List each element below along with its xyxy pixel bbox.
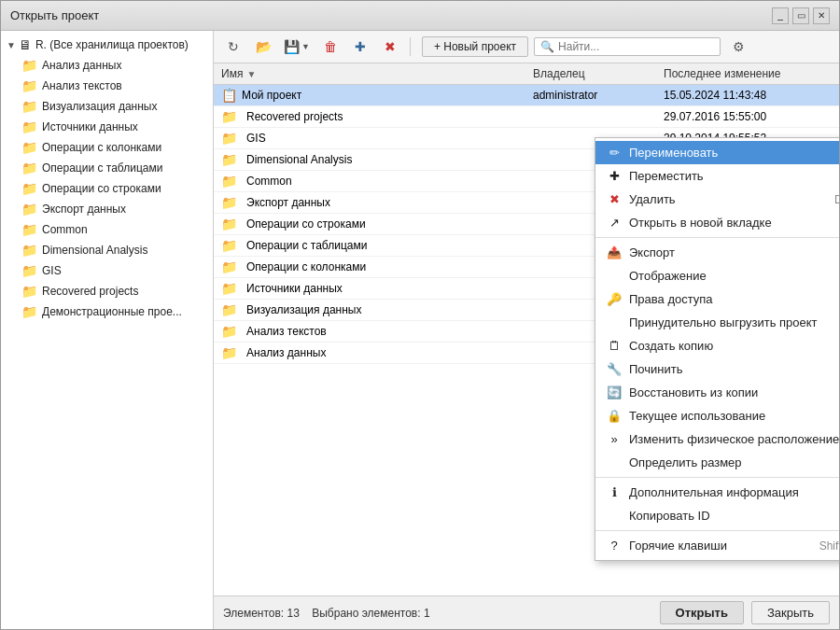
- file-name-cell: 📁 Анализ данных: [221, 345, 533, 360]
- save-dropdown-button[interactable]: 💾 ▼: [281, 35, 313, 58]
- modified-cell: 29.07.2016 15:55:00: [664, 110, 832, 123]
- copy-icon: 🗒: [607, 339, 622, 353]
- sidebar-item-sources[interactable]: 📁 Источники данных: [1, 117, 213, 137]
- sidebar-item-dimensional[interactable]: 📁 Dimensional Analysis: [1, 240, 213, 260]
- delete-red-button[interactable]: 🗑: [318, 35, 343, 58]
- sidebar-item-analysis-data[interactable]: 📁 Анализ данных: [1, 55, 213, 76]
- folder-icon: 📁: [221, 238, 237, 253]
- sidebar-item-visualization[interactable]: 📁 Визуализация данных: [1, 96, 213, 117]
- project-icon: 📋: [221, 88, 237, 103]
- ctx-item-display[interactable]: Отображение ▶: [595, 264, 839, 287]
- remove-button[interactable]: ✖: [378, 35, 402, 58]
- file-name-cell: 📁 Common: [221, 174, 533, 189]
- ctx-item-left: Принудительно выгрузить проект: [607, 315, 818, 329]
- ctx-item-delete[interactable]: ✖ Удалить Del: [595, 188, 839, 211]
- open-tab-icon: ↗: [607, 216, 622, 230]
- file-name-cell: 📁 Экспорт данных: [221, 195, 533, 210]
- ctx-item-force-unload[interactable]: Принудительно выгрузить проект: [595, 311, 839, 334]
- open-folder-button[interactable]: 📂: [251, 35, 275, 58]
- ctx-item-left: » Изменить физическое расположение: [607, 432, 839, 446]
- ctx-item-left: 🔒 Текущее использование: [607, 409, 765, 423]
- ctx-item-restore[interactable]: 🔄 Восстановить из копии ▶: [595, 381, 839, 404]
- lock-icon: 🔒: [607, 409, 622, 423]
- restore-icon: 🔄: [607, 385, 622, 399]
- search-icon: 🔍: [540, 40, 554, 53]
- sidebar-item-label: Экспорт данных: [42, 203, 126, 216]
- folder-icon: 📁: [221, 259, 237, 274]
- file-name-cell: 📁 Источники данных: [221, 281, 533, 296]
- search-input[interactable]: [558, 40, 714, 53]
- minimize-button[interactable]: ⎯: [772, 7, 789, 24]
- sidebar-item-label: Common: [42, 223, 88, 236]
- ctx-item-left: ? Горячие клавиши: [607, 539, 727, 553]
- sidebar-item-label: Источники данных: [42, 120, 138, 133]
- ctx-item-rename[interactable]: ✏ Переименовать F2: [595, 141, 839, 164]
- table-row[interactable]: 📋 Мой проект administrator 15.05.2024 11…: [214, 85, 839, 106]
- ctx-item-hotkeys[interactable]: ? Горячие клавиши Shift+/: [595, 534, 839, 557]
- sidebar-item-label: Dimensional Analysis: [42, 244, 147, 257]
- folder-icon: 📁: [221, 174, 237, 189]
- folder-icon: 📁: [221, 131, 237, 146]
- file-name-cell: 📁 Анализ текстов: [221, 324, 533, 339]
- ctx-item-move[interactable]: ✚ Переместить M: [595, 164, 839, 188]
- settings-button[interactable]: ⚙: [726, 35, 750, 58]
- sidebar-arrow-icon: ▼: [7, 40, 16, 50]
- header-last-modified[interactable]: Последнее изменение: [664, 67, 832, 80]
- status-buttons: Открыть Закрыть: [660, 601, 830, 624]
- sidebar-item-tables[interactable]: 📁 Операции с таблицами: [1, 158, 213, 178]
- file-name-label: Операции с таблицами: [246, 239, 367, 252]
- sidebar-item-common[interactable]: 📁 Common: [1, 219, 213, 240]
- ctx-label-info: Дополнительная информация: [629, 485, 799, 499]
- file-name-cell: 📋 Мой проект: [221, 88, 533, 103]
- header-name[interactable]: Имя ▼: [221, 67, 533, 80]
- ctx-item-size[interactable]: Определить размер: [595, 451, 839, 474]
- header-name-label: Имя: [221, 67, 243, 80]
- new-project-button[interactable]: + Новый проект: [422, 36, 528, 57]
- refresh-button[interactable]: ↻: [221, 35, 245, 58]
- sidebar-item-rows[interactable]: 📁 Операции со строками: [1, 178, 213, 199]
- file-name-label: Операции со строками: [246, 217, 366, 231]
- owner-cell: administrator: [533, 89, 664, 102]
- sidebar-item-label: GIS: [42, 264, 62, 277]
- add-button[interactable]: ✚: [348, 35, 372, 58]
- restore-button[interactable]: ▭: [792, 7, 809, 24]
- sidebar-item-recovered[interactable]: 📁 Recovered projects: [1, 281, 213, 301]
- close-button[interactable]: ✕: [813, 7, 830, 24]
- sidebar-item-export[interactable]: 📁 Экспорт данных: [1, 199, 213, 219]
- ctx-item-left: 🔑 Права доступа: [607, 292, 713, 306]
- header-owner[interactable]: Владелец: [533, 67, 664, 80]
- sidebar-item-gis[interactable]: 📁 GIS: [1, 260, 213, 281]
- ctx-item-repair[interactable]: 🔧 Починить: [595, 357, 839, 381]
- demo-folder-icon: 📁: [21, 304, 37, 319]
- sidebar-item-columns[interactable]: 📁 Операции с колонками: [1, 137, 213, 158]
- sidebar-item-analysis-text[interactable]: 📁 Анализ текстов: [1, 76, 213, 96]
- ctx-item-current-use[interactable]: 🔒 Текущее использование: [595, 404, 839, 427]
- ctx-item-copy[interactable]: 🗒 Создать копию ▶: [595, 334, 839, 357]
- open-button[interactable]: Открыть: [660, 601, 744, 624]
- info-icon: ℹ: [607, 485, 622, 499]
- header-modified-label: Последнее изменение: [664, 67, 780, 80]
- ctx-item-access[interactable]: 🔑 Права доступа ▶: [595, 287, 839, 311]
- file-list-header: Имя ▼ Владелец Последнее изменение: [214, 63, 839, 85]
- folder-icon: 📁: [21, 161, 37, 175]
- close-button[interactable]: Закрыть: [751, 601, 830, 624]
- folder-icon: 📁: [221, 109, 237, 124]
- sidebar-root-label: R. (Все хранилища проектов): [35, 38, 189, 51]
- folder-icon: 📁: [21, 140, 37, 155]
- ctx-item-open-tab[interactable]: ↗ Открыть в новой вкладке: [595, 211, 839, 234]
- sidebar-item-demo[interactable]: 📁 Демонстрационные прое...: [1, 301, 213, 322]
- ctx-item-info[interactable]: ℹ Дополнительная информация D: [595, 481, 839, 504]
- folder-icon: 📁: [21, 181, 37, 196]
- sidebar-root[interactable]: ▼ 🖥 R. (Все хранилища проектов): [1, 35, 213, 55]
- file-name-label: Мой проект: [242, 89, 301, 102]
- main-window: Открыть проект ⎯ ▭ ✕ ▼ 🖥 R. (Все хранили…: [0, 0, 840, 630]
- table-row[interactable]: 📁 Recovered projects 29.07.2016 15:55:00: [214, 106, 839, 128]
- ctx-item-copy-id[interactable]: Копировать ID: [595, 504, 839, 527]
- folder-icon: 📁: [221, 345, 237, 360]
- ctx-item-export[interactable]: 📤 Экспорт: [595, 241, 839, 264]
- toolbar: ↻ 📂 💾 ▼ 🗑 ✚ ✖ + Новый проект 🔍 ⚙: [214, 31, 839, 63]
- ctx-label-display: Отображение: [629, 269, 707, 283]
- folder-icon: 📁: [21, 263, 37, 278]
- ctx-item-change-location[interactable]: » Изменить физическое расположение ▶: [595, 427, 839, 451]
- sidebar-item-label: Операции с таблицами: [42, 161, 162, 175]
